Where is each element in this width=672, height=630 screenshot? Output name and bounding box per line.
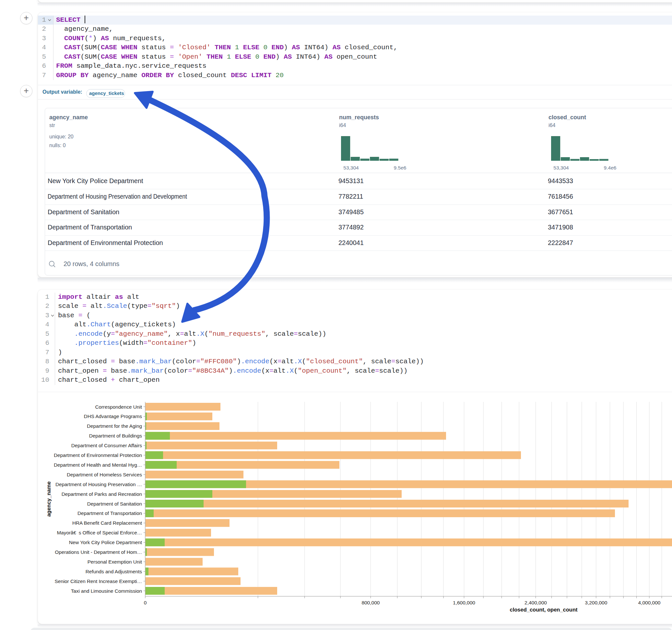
- svg-text:53,304: 53,304: [343, 165, 359, 170]
- svg-text:9.4e6: 9.4e6: [604, 165, 617, 170]
- svg-text:53,304: 53,304: [553, 165, 569, 170]
- svg-text:9.5e6: 9.5e6: [394, 165, 407, 170]
